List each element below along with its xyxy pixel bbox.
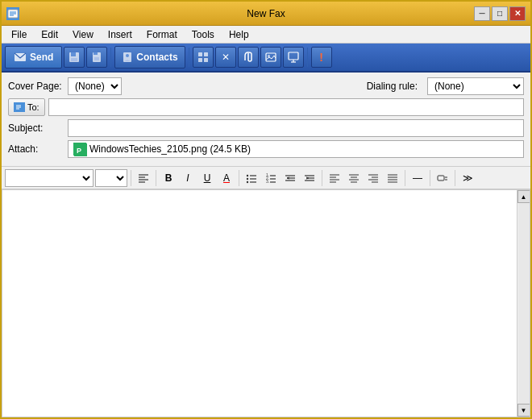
align-left-icon [138,172,149,184]
cover-page-row: Cover Page: (None) Dialing rule: (None) [8,77,524,95]
title-bar-left [6,7,19,20]
more-btn[interactable] [434,169,451,187]
svg-rect-14 [204,52,208,56]
svg-text:P: P [77,147,81,155]
title-buttons: ─ □ ✕ [474,6,526,21]
justify-btn[interactable] [384,169,401,187]
italic-button[interactable]: I [179,169,197,187]
floppy-icon [91,52,102,63]
cover-page-label: Cover Page: [8,81,64,92]
toolbar-icon-3[interactable] [238,47,259,68]
fmt-sep-2 [156,170,156,186]
line-spacing-btn[interactable]: — [409,169,426,187]
svg-rect-7 [71,58,77,61]
send-icon [14,51,27,64]
toolbar-sep-2 [189,48,189,67]
close-button[interactable]: ✕ [509,6,526,21]
indent-decrease-button[interactable] [281,169,299,187]
priority-button[interactable]: ! [311,47,332,68]
save-icon [69,52,80,63]
align-right-btn[interactable] [364,169,382,187]
contacts-icon [122,52,133,63]
toolbar-icon-4[interactable] [260,47,281,68]
toolbar-icon-1[interactable] [193,47,214,68]
align-center-icon [349,173,359,183]
paperclip-icon [243,52,254,63]
subject-label: Subject: [8,122,64,134]
attach-file-display[interactable]: P WindowsTechies_2105.png (24.5 KB) [68,140,524,158]
to-btn-label: To: [27,102,39,112]
monitor-icon [288,52,299,63]
window: New Fax ─ □ ✕ File Edit View Insert Form… [0,0,532,419]
to-row: To: [8,98,524,116]
menu-format[interactable]: Format [140,27,184,42]
toolbar-icon-2[interactable]: ✕ [215,47,236,68]
underline-button[interactable]: U [198,169,216,187]
minimize-button[interactable]: ─ [474,6,490,21]
align-center-btn[interactable] [345,169,363,187]
attach-filename: WindowsTechies_2105.png (24.5 KB) [89,143,251,155]
floppy-button[interactable] [86,47,107,68]
svg-rect-17 [266,53,276,61]
fmt-sep-6 [430,170,430,186]
to-field[interactable] [48,98,524,116]
menu-insert[interactable]: Insert [102,27,139,42]
maximize-button[interactable]: □ [492,6,508,21]
attach-row: Attach: P WindowsTechies_2105.png (24.5 … [8,140,524,158]
svg-point-12 [126,54,129,57]
scroll-down-arrow[interactable]: ▼ [517,404,530,417]
main-toolbar: Send Contacts [2,44,530,73]
menu-tools[interactable]: Tools [185,27,221,42]
grid-icon [197,52,209,63]
fmt-sep-4 [322,170,322,186]
editor-textarea[interactable] [2,190,517,417]
svg-point-34 [247,177,248,179]
menu-file[interactable]: File [5,27,33,42]
svg-rect-13 [198,52,202,56]
file-icon: P [73,143,86,156]
indent-decrease-icon [285,172,296,184]
align-right-icon [368,173,378,183]
fmt-sep-1 [131,170,131,186]
cover-page-select[interactable]: (None) [68,77,122,95]
window-title: New Fax [247,8,285,19]
contacts-button[interactable]: Contacts [114,46,185,68]
ordered-list-button[interactable]: 1. 2. 3. [262,169,280,187]
align-left-icon2 [330,173,339,183]
menu-edit[interactable]: Edit [35,27,64,42]
menu-bar: File Edit View Insert Format Tools Help [2,26,530,44]
save-button[interactable] [64,47,85,68]
image-icon [265,52,276,63]
more-icon [437,172,448,184]
scroll-up-arrow[interactable]: ▲ [517,190,530,203]
indent-increase-button[interactable] [301,169,318,187]
font-size-select[interactable] [95,169,127,187]
vertical-scrollbar[interactable]: ▲ ▼ [517,190,530,417]
dialing-rule-select[interactable]: (None) [427,77,524,95]
svg-point-32 [247,174,248,176]
send-button[interactable]: Send [5,46,62,68]
svg-rect-16 [204,58,208,62]
to-button[interactable]: To: [8,98,45,116]
menu-help[interactable]: Help [222,27,256,42]
svg-rect-9 [94,57,99,60]
font-name-select[interactable] [5,169,94,187]
align-left-btn2[interactable] [326,169,343,187]
svg-rect-15 [198,58,202,62]
expand-btn[interactable]: ≫ [459,169,476,187]
unordered-list-button[interactable] [243,169,260,187]
toolbar-sep-3 [307,48,308,67]
form-area: Cover Page: (None) Dialing rule: (None) [2,73,530,167]
align-left-button[interactable] [135,169,152,187]
unordered-list-icon [246,172,257,184]
toolbar-icon-5[interactable] [283,47,304,68]
font-color-button[interactable]: A [218,169,235,187]
bold-button[interactable]: B [160,169,177,187]
menu-view[interactable]: View [66,27,100,42]
justify-icon [388,173,397,183]
svg-point-18 [268,55,270,57]
title-bar: New Fax ─ □ ✕ [2,2,530,26]
indent-increase-icon [304,172,315,184]
subject-field[interactable] [68,119,524,137]
dialing-rule-label: Dialing rule: [367,81,418,92]
